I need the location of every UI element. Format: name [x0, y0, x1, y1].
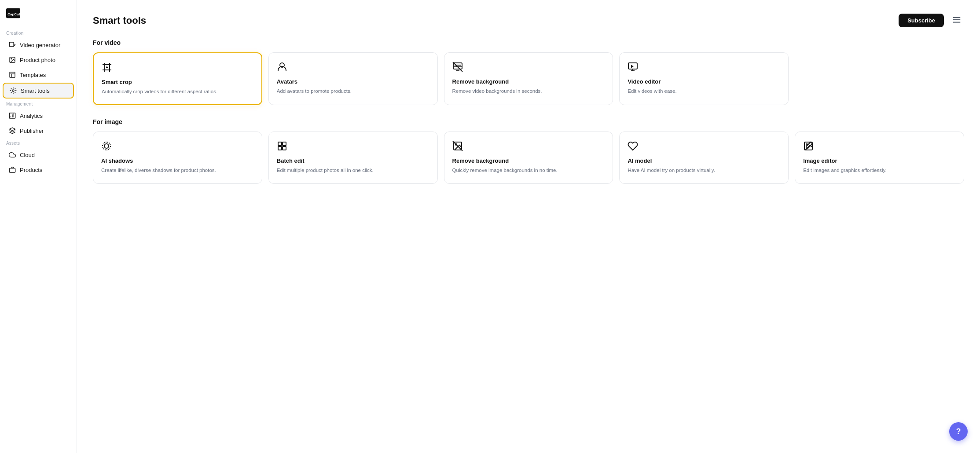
avatars-desc: Add avatars to promote products.	[277, 88, 429, 95]
products-icon	[9, 166, 16, 173]
avatars-title: Avatars	[277, 78, 429, 85]
sidebar-section-assets: Assets	[0, 138, 77, 147]
page-title: Smart tools	[93, 15, 146, 26]
tool-card-batch-edit[interactable]: Batch edit Edit multiple product photos …	[268, 132, 438, 183]
sidebar-item-label-smart-tools: Smart tools	[21, 88, 50, 94]
svg-text:CapCut: CapCut	[7, 12, 20, 16]
tool-card-avatars[interactable]: Avatars Add avatars to promote products.	[268, 52, 438, 105]
sidebar-item-analytics[interactable]: Analytics	[3, 109, 74, 123]
analytics-icon	[9, 112, 16, 119]
photo-icon	[9, 56, 16, 63]
svg-rect-29	[283, 142, 286, 146]
video-icon	[9, 41, 16, 48]
tool-card-video-editor[interactable]: Video editor Edit videos with ease.	[619, 52, 789, 105]
svg-rect-2	[9, 42, 14, 47]
header-actions: Subscribe	[899, 12, 964, 29]
image-editor-desc: Edit images and graphics effortlessly.	[803, 167, 956, 174]
page-header: Smart tools Subscribe	[93, 12, 964, 29]
svg-line-34	[453, 141, 462, 151]
help-icon: ?	[956, 427, 961, 436]
cloud-icon	[9, 151, 16, 158]
smart-crop-title: Smart crop	[102, 79, 253, 85]
sidebar-item-label-products: Products	[20, 167, 42, 173]
ai-model-desc: Have AI model try on products virtually.	[628, 167, 780, 174]
sidebar-item-label-product-photo: Product photo	[20, 57, 55, 63]
remove-bg-image-desc: Quickly remove image backgrounds in no t…	[452, 167, 605, 174]
image-editor-icon	[803, 141, 956, 153]
remove-bg-video-icon	[452, 62, 605, 74]
sidebar-item-label-templates: Templates	[20, 72, 46, 78]
batch-edit-title: Batch edit	[277, 157, 429, 164]
for-video-grid: Smart crop Automatically crop videos for…	[93, 52, 964, 105]
svg-rect-11	[9, 168, 15, 172]
remove-bg-image-icon	[452, 141, 605, 153]
template-icon	[9, 71, 16, 78]
sidebar-item-label-cloud: Cloud	[20, 152, 35, 158]
remove-bg-video-desc: Remove video backgrounds in seconds.	[452, 88, 605, 95]
svg-rect-31	[283, 146, 286, 150]
tool-card-remove-bg-video[interactable]: Remove background Remove video backgroun…	[444, 52, 613, 105]
for-video-title: For video	[93, 39, 964, 46]
sidebar-item-label-video-generator: Video generator	[20, 42, 60, 48]
tool-card-remove-bg-image[interactable]: Remove background Quickly remove image b…	[444, 132, 613, 183]
tool-card-image-editor[interactable]: Image editor Edit images and graphics ef…	[795, 132, 964, 183]
svg-point-9	[12, 90, 14, 91]
sidebar-section-creation: Creation	[0, 28, 77, 37]
svg-point-26	[104, 144, 109, 148]
svg-point-27	[103, 142, 110, 150]
sidebar-item-video-generator[interactable]: Video generator	[3, 38, 74, 52]
sidebar-section-management: Management	[0, 99, 77, 108]
batch-edit-icon	[277, 141, 429, 153]
svg-marker-3	[14, 44, 15, 46]
remove-bg-image-title: Remove background	[452, 157, 605, 164]
hamburger-icon	[952, 15, 962, 25]
video-editor-icon	[628, 62, 780, 74]
image-editor-title: Image editor	[803, 157, 956, 164]
sidebar-item-label-analytics: Analytics	[20, 113, 43, 119]
publisher-icon	[9, 127, 16, 134]
for-video-section: For video Smart crop Automatically crop …	[93, 39, 964, 105]
for-image-section: For image AI shadows Create lifelike, di…	[93, 118, 964, 183]
smart-crop-icon	[102, 62, 253, 74]
help-button[interactable]: ?	[949, 422, 968, 441]
svg-rect-28	[278, 142, 282, 146]
remove-bg-video-title: Remove background	[452, 78, 605, 85]
ai-shadows-desc: Create lifelike, diverse shadows for pro…	[101, 167, 254, 174]
svg-point-5	[11, 58, 12, 59]
video-editor-title: Video editor	[628, 78, 780, 85]
sidebar-item-smart-tools[interactable]: Smart tools	[3, 83, 74, 99]
sidebar-item-products[interactable]: Products	[3, 163, 74, 177]
for-image-grid: AI shadows Create lifelike, diverse shad…	[93, 132, 964, 183]
sidebar-item-publisher[interactable]: Publisher	[3, 124, 74, 138]
smart-crop-desc: Automatically crop videos for different …	[102, 88, 253, 95]
svg-rect-6	[10, 72, 15, 77]
tool-card-ai-shadows[interactable]: AI shadows Create lifelike, diverse shad…	[93, 132, 262, 183]
sidebar: CapCut Creation Video generator Product …	[0, 0, 77, 453]
menu-icon-button[interactable]	[949, 12, 964, 29]
batch-edit-desc: Edit multiple product photos all in one …	[277, 167, 429, 174]
sidebar-item-product-photo[interactable]: Product photo	[3, 53, 74, 67]
logo-area[interactable]: CapCut	[0, 6, 77, 28]
smart-tools-icon	[10, 87, 17, 94]
sidebar-item-label-publisher: Publisher	[20, 128, 44, 134]
ai-shadows-title: AI shadows	[101, 157, 254, 164]
main-content: Smart tools Subscribe For video S	[77, 0, 980, 453]
ai-model-icon	[628, 141, 780, 153]
sidebar-item-templates[interactable]: Templates	[3, 68, 74, 82]
tool-card-smart-crop[interactable]: Smart crop Automatically crop videos for…	[93, 52, 262, 105]
tool-card-ai-model[interactable]: AI model Have AI model try on products v…	[619, 132, 789, 183]
video-editor-desc: Edit videos with ease.	[628, 88, 780, 95]
ai-model-title: AI model	[628, 157, 780, 164]
for-image-title: For image	[93, 118, 964, 125]
ai-shadows-icon	[101, 141, 254, 153]
subscribe-button[interactable]: Subscribe	[899, 14, 944, 27]
avatars-icon	[277, 62, 429, 74]
svg-rect-30	[278, 146, 282, 150]
sidebar-item-cloud[interactable]: Cloud	[3, 148, 74, 162]
